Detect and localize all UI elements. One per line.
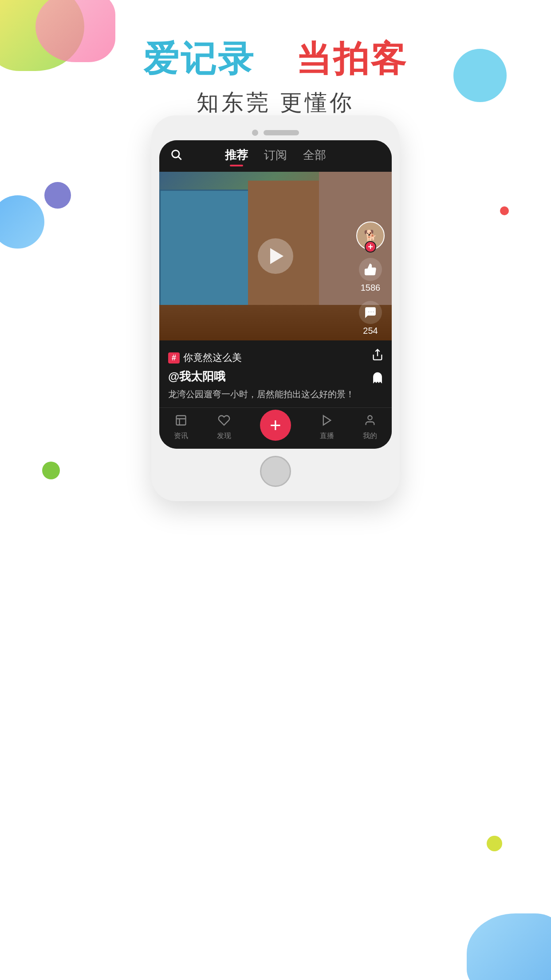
svg-point-3 xyxy=(370,312,372,313)
decorative-blob-purple-left xyxy=(44,182,71,209)
news-label: 资讯 xyxy=(174,431,188,441)
profile-label: 我的 xyxy=(363,431,377,441)
app-nav-bar: 推荐 订阅 全部 xyxy=(159,140,392,172)
hashtag-text[interactable]: 你竟然这么美 xyxy=(183,351,242,364)
hashtag-badge[interactable]: # xyxy=(168,352,180,364)
profile-icon xyxy=(364,414,376,430)
comment-icon xyxy=(359,301,382,324)
decorative-blob-red-dot xyxy=(500,206,509,215)
decorative-blob-green-dot xyxy=(42,462,60,479)
phone-top-bar xyxy=(159,123,392,140)
decorative-blob-blue-bottom xyxy=(467,913,551,980)
phone-mockup: 推荐 订阅 全部 xyxy=(151,115,400,501)
svg-point-10 xyxy=(368,416,372,420)
ghost-icon[interactable] xyxy=(371,371,384,387)
phone-camera-dot xyxy=(252,130,258,136)
svg-rect-6 xyxy=(176,416,185,425)
like-icon xyxy=(359,258,382,281)
play-triangle-icon xyxy=(270,248,283,264)
like-count: 1586 xyxy=(361,283,381,293)
right-action-bar: 🐕 + 1586 xyxy=(356,221,385,336)
news-icon xyxy=(175,414,187,430)
live-icon xyxy=(321,414,333,430)
building-blue xyxy=(159,190,257,314)
phone-bottom-bar xyxy=(159,449,392,493)
post-info-area: # 你竟然这么美 @我太阳哦 龙湾公园遛弯一小时，居然能拍出这么好的景！ xyxy=(159,340,392,407)
nav-item-discover[interactable]: 发现 xyxy=(217,414,231,441)
decorative-blob-blue-left xyxy=(0,195,44,249)
svg-line-1 xyxy=(178,157,181,159)
tagline-section: 爱记录 当拍客 知东莞 更懂你 xyxy=(0,36,551,118)
live-label: 直播 xyxy=(320,431,334,441)
nav-item-live[interactable]: 直播 xyxy=(320,414,334,441)
bottom-navigation: 资讯 发现 + xyxy=(159,407,392,449)
comment-action[interactable]: 254 xyxy=(359,301,382,336)
tagline-subtitle: 知东莞 更懂你 xyxy=(0,88,551,118)
comment-count: 254 xyxy=(363,326,378,336)
nav-item-profile[interactable]: 我的 xyxy=(363,414,377,441)
video-content: 🐕 + 1586 xyxy=(159,172,392,340)
create-button[interactable]: + xyxy=(260,410,291,441)
tab-all[interactable]: 全部 xyxy=(303,147,326,165)
play-button[interactable] xyxy=(258,238,293,274)
phone-home-button[interactable] xyxy=(260,456,291,487)
post-content: 龙湾公园遛弯一小时，居然能拍出这么好的景！ xyxy=(168,388,383,400)
nav-tabs: 推荐 订阅 全部 xyxy=(225,147,326,165)
decorative-blob-yellow-dot xyxy=(487,836,502,851)
tab-recommend[interactable]: 推荐 xyxy=(225,147,248,165)
svg-point-2 xyxy=(368,312,370,313)
follow-plus-button[interactable]: + xyxy=(365,241,376,253)
phone-outer-shell: 推荐 订阅 全部 xyxy=(151,115,400,501)
post-author[interactable]: @我太阳哦 xyxy=(168,369,383,384)
phone-screen: 推荐 订阅 全部 xyxy=(159,140,392,449)
discover-label: 发现 xyxy=(217,431,231,441)
phone-speaker-bar xyxy=(264,130,299,135)
tagline-part2: 当拍客 xyxy=(296,39,408,79)
tagline-part1: 爱记录 xyxy=(143,39,255,79)
svg-point-4 xyxy=(373,312,374,313)
tab-subscribe[interactable]: 订阅 xyxy=(264,147,287,165)
svg-marker-9 xyxy=(323,416,331,425)
search-icon[interactable] xyxy=(170,148,182,164)
discover-icon xyxy=(218,414,230,430)
hashtag-row: # 你竟然这么美 xyxy=(168,351,383,364)
share-icon[interactable] xyxy=(371,348,384,364)
like-action[interactable]: 1586 xyxy=(359,258,382,293)
creator-avatar[interactable]: 🐕 + xyxy=(356,221,385,250)
svg-point-0 xyxy=(172,150,179,158)
nav-item-news[interactable]: 资讯 xyxy=(174,414,188,441)
tagline-main: 爱记录 当拍客 xyxy=(0,36,551,83)
